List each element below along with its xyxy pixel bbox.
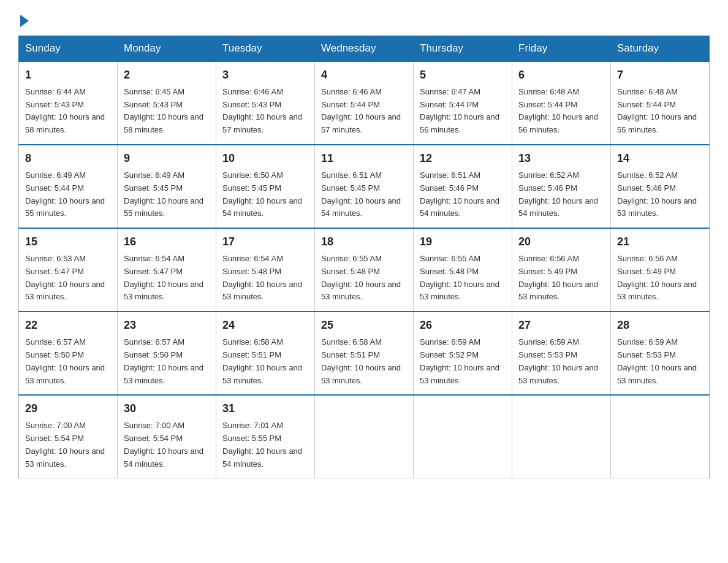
calendar-cell: 28Sunrise: 6:59 AMSunset: 5:53 PMDayligh… <box>611 312 710 395</box>
calendar-cell: 16Sunrise: 6:54 AMSunset: 5:47 PMDayligh… <box>118 228 216 312</box>
calendar-cell <box>611 395 710 478</box>
day-info: Sunrise: 6:53 AMSunset: 5:47 PMDaylight:… <box>25 253 111 304</box>
calendar-cell: 17Sunrise: 6:54 AMSunset: 5:48 PMDayligh… <box>216 228 315 312</box>
calendar-cell: 21Sunrise: 6:56 AMSunset: 5:49 PMDayligh… <box>611 228 710 312</box>
calendar-cell: 19Sunrise: 6:55 AMSunset: 5:48 PMDayligh… <box>414 228 512 312</box>
day-info: Sunrise: 6:45 AMSunset: 5:43 PMDaylight:… <box>124 86 210 137</box>
calendar-cell: 5Sunrise: 6:47 AMSunset: 5:44 PMDaylight… <box>414 61 512 145</box>
page-header <box>18 12 710 25</box>
day-info: Sunrise: 6:50 AMSunset: 5:45 PMDaylight:… <box>222 169 308 220</box>
calendar-cell: 9Sunrise: 6:49 AMSunset: 5:45 PMDaylight… <box>118 145 216 228</box>
calendar-week-row: 8Sunrise: 6:49 AMSunset: 5:44 PMDaylight… <box>19 145 710 228</box>
calendar-cell: 10Sunrise: 6:50 AMSunset: 5:45 PMDayligh… <box>216 145 315 228</box>
day-info: Sunrise: 6:55 AMSunset: 5:48 PMDaylight:… <box>420 253 506 304</box>
column-header-monday: Monday <box>118 36 216 62</box>
calendar-cell <box>414 395 512 478</box>
calendar-week-row: 22Sunrise: 6:57 AMSunset: 5:50 PMDayligh… <box>19 312 710 395</box>
calendar-cell: 2Sunrise: 6:45 AMSunset: 5:43 PMDaylight… <box>118 61 216 145</box>
day-number: 14 <box>617 150 703 167</box>
calendar-week-row: 1Sunrise: 6:44 AMSunset: 5:43 PMDaylight… <box>19 61 710 145</box>
day-number: 10 <box>222 150 308 167</box>
calendar-cell: 27Sunrise: 6:59 AMSunset: 5:53 PMDayligh… <box>512 312 611 395</box>
day-info: Sunrise: 6:47 AMSunset: 5:44 PMDaylight:… <box>420 86 506 137</box>
day-number: 8 <box>25 150 111 167</box>
column-header-saturday: Saturday <box>611 36 710 62</box>
calendar-cell: 11Sunrise: 6:51 AMSunset: 5:45 PMDayligh… <box>315 145 414 228</box>
day-number: 28 <box>617 317 703 334</box>
day-info: Sunrise: 6:59 AMSunset: 5:53 PMDaylight:… <box>518 336 604 387</box>
calendar-cell: 31Sunrise: 7:01 AMSunset: 5:55 PMDayligh… <box>216 395 315 478</box>
calendar-cell <box>315 395 414 478</box>
calendar-week-row: 15Sunrise: 6:53 AMSunset: 5:47 PMDayligh… <box>19 228 710 312</box>
day-info: Sunrise: 6:51 AMSunset: 5:46 PMDaylight:… <box>420 169 506 220</box>
calendar-cell: 30Sunrise: 7:00 AMSunset: 5:54 PMDayligh… <box>118 395 216 478</box>
day-number: 11 <box>321 150 407 167</box>
calendar-cell <box>512 395 611 478</box>
day-number: 12 <box>420 150 506 167</box>
calendar-cell: 24Sunrise: 6:58 AMSunset: 5:51 PMDayligh… <box>216 312 315 395</box>
day-info: Sunrise: 6:58 AMSunset: 5:51 PMDaylight:… <box>321 336 407 387</box>
calendar-cell: 13Sunrise: 6:52 AMSunset: 5:46 PMDayligh… <box>512 145 611 228</box>
day-info: Sunrise: 6:54 AMSunset: 5:48 PMDaylight:… <box>222 253 308 304</box>
calendar-cell: 25Sunrise: 6:58 AMSunset: 5:51 PMDayligh… <box>315 312 414 395</box>
day-info: Sunrise: 7:00 AMSunset: 5:54 PMDaylight:… <box>25 419 111 470</box>
day-number: 27 <box>518 317 604 334</box>
column-header-friday: Friday <box>512 36 611 62</box>
logo <box>18 12 29 25</box>
calendar-cell: 4Sunrise: 6:46 AMSunset: 5:44 PMDaylight… <box>315 61 414 145</box>
day-number: 23 <box>124 317 210 334</box>
day-number: 17 <box>222 234 308 251</box>
column-header-sunday: Sunday <box>19 36 118 62</box>
calendar-cell: 14Sunrise: 6:52 AMSunset: 5:46 PMDayligh… <box>611 145 710 228</box>
calendar-cell: 26Sunrise: 6:59 AMSunset: 5:52 PMDayligh… <box>414 312 512 395</box>
day-number: 22 <box>25 317 111 334</box>
day-number: 2 <box>124 67 210 84</box>
day-info: Sunrise: 6:49 AMSunset: 5:44 PMDaylight:… <box>25 169 111 220</box>
column-header-thursday: Thursday <box>414 36 512 62</box>
calendar-table: SundayMondayTuesdayWednesdayThursdayFrid… <box>18 36 710 478</box>
day-number: 9 <box>124 150 210 167</box>
day-number: 26 <box>420 317 506 334</box>
day-info: Sunrise: 6:51 AMSunset: 5:45 PMDaylight:… <box>321 169 407 220</box>
day-number: 21 <box>617 234 703 251</box>
logo-arrow-icon <box>20 15 29 27</box>
calendar-cell: 20Sunrise: 6:56 AMSunset: 5:49 PMDayligh… <box>512 228 611 312</box>
column-header-wednesday: Wednesday <box>315 36 414 62</box>
day-info: Sunrise: 6:46 AMSunset: 5:44 PMDaylight:… <box>321 86 407 137</box>
day-number: 19 <box>420 234 506 251</box>
calendar-cell: 22Sunrise: 6:57 AMSunset: 5:50 PMDayligh… <box>19 312 118 395</box>
calendar-week-row: 29Sunrise: 7:00 AMSunset: 5:54 PMDayligh… <box>19 395 710 478</box>
day-info: Sunrise: 6:52 AMSunset: 5:46 PMDaylight:… <box>617 169 703 220</box>
day-number: 30 <box>124 400 210 418</box>
day-number: 3 <box>222 67 308 84</box>
day-info: Sunrise: 6:52 AMSunset: 5:46 PMDaylight:… <box>518 169 604 220</box>
day-info: Sunrise: 6:57 AMSunset: 5:50 PMDaylight:… <box>124 336 210 387</box>
day-info: Sunrise: 6:58 AMSunset: 5:51 PMDaylight:… <box>222 336 308 387</box>
day-number: 24 <box>222 317 308 334</box>
day-number: 29 <box>25 400 111 418</box>
calendar-cell: 6Sunrise: 6:48 AMSunset: 5:44 PMDaylight… <box>512 61 611 145</box>
day-number: 20 <box>518 234 604 251</box>
day-info: Sunrise: 6:48 AMSunset: 5:44 PMDaylight:… <box>617 86 703 137</box>
calendar-cell: 18Sunrise: 6:55 AMSunset: 5:48 PMDayligh… <box>315 228 414 312</box>
day-info: Sunrise: 6:56 AMSunset: 5:49 PMDaylight:… <box>617 253 703 304</box>
day-number: 4 <box>321 67 407 84</box>
day-number: 31 <box>222 400 308 418</box>
calendar-cell: 12Sunrise: 6:51 AMSunset: 5:46 PMDayligh… <box>414 145 512 228</box>
day-number: 13 <box>518 150 604 167</box>
day-number: 16 <box>124 234 210 251</box>
calendar-cell: 3Sunrise: 6:46 AMSunset: 5:43 PMDaylight… <box>216 61 315 145</box>
day-number: 1 <box>25 67 111 84</box>
day-info: Sunrise: 6:44 AMSunset: 5:43 PMDaylight:… <box>25 86 111 137</box>
day-info: Sunrise: 7:00 AMSunset: 5:54 PMDaylight:… <box>124 419 210 470</box>
day-number: 5 <box>420 67 506 84</box>
day-info: Sunrise: 6:57 AMSunset: 5:50 PMDaylight:… <box>25 336 111 387</box>
calendar-cell: 8Sunrise: 6:49 AMSunset: 5:44 PMDaylight… <box>19 145 118 228</box>
day-info: Sunrise: 6:59 AMSunset: 5:53 PMDaylight:… <box>617 336 703 387</box>
day-info: Sunrise: 6:59 AMSunset: 5:52 PMDaylight:… <box>420 336 506 387</box>
day-info: Sunrise: 6:48 AMSunset: 5:44 PMDaylight:… <box>518 86 604 137</box>
day-info: Sunrise: 6:49 AMSunset: 5:45 PMDaylight:… <box>124 169 210 220</box>
calendar-cell: 15Sunrise: 6:53 AMSunset: 5:47 PMDayligh… <box>19 228 118 312</box>
column-header-tuesday: Tuesday <box>216 36 315 62</box>
day-number: 15 <box>25 234 111 251</box>
